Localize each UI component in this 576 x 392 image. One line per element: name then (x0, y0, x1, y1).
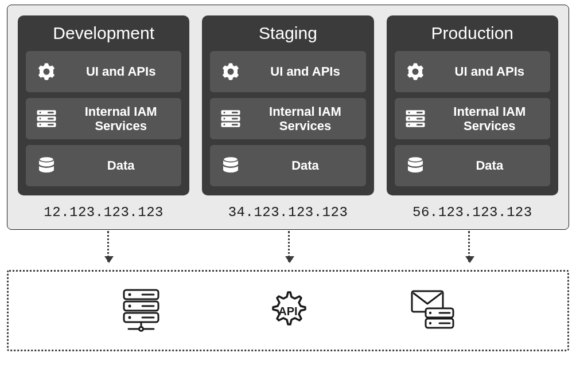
api-gear-icon (262, 284, 314, 337)
gear-icon (403, 59, 428, 84)
env-ip: 56.123.123.123 (412, 205, 532, 220)
env-row-data: Data (26, 145, 181, 186)
env-title: Production (431, 23, 513, 43)
env-title: Development (53, 23, 154, 43)
row-label: UI and APIs (68, 64, 173, 79)
env-card: Development UI and APIs Internal IAM Ser… (18, 15, 189, 195)
arrows-layer (7, 230, 569, 270)
env-row-iam: Internal IAM Services (395, 98, 550, 139)
database-icon (34, 153, 59, 178)
env-row-ui-apis: UI and APIs (395, 51, 550, 92)
row-label: Internal IAM Services (252, 104, 357, 134)
arrow-down-icon (468, 231, 470, 262)
arrow-down-icon (107, 231, 109, 262)
env-row-ui-apis: UI and APIs (210, 51, 365, 92)
env-ip: 34.123.123.123 (228, 205, 348, 220)
env-row-iam: Internal IAM Services (26, 98, 181, 139)
database-icon (403, 153, 428, 178)
gear-icon (218, 59, 243, 84)
row-label: Internal IAM Services (437, 104, 542, 134)
server-rack-icon (117, 284, 170, 337)
mail-server-icon (406, 284, 459, 337)
env-row-data: Data (395, 145, 550, 186)
env-production: Production UI and APIs Internal IAM Serv… (387, 15, 558, 220)
shared-services-panel (7, 270, 569, 351)
gear-icon (34, 59, 59, 84)
environments-panel: Development UI and APIs Internal IAM Ser… (7, 5, 569, 230)
env-staging: Staging UI and APIs Internal IAM Service… (202, 15, 373, 220)
server-icon (218, 106, 243, 131)
arrow-down-icon (288, 231, 290, 262)
row-label: Data (252, 158, 357, 173)
env-row-ui-apis: UI and APIs (26, 51, 181, 92)
env-card: Production UI and APIs Internal IAM Serv… (387, 15, 558, 195)
row-label: UI and APIs (437, 64, 542, 79)
env-row-iam: Internal IAM Services (210, 98, 365, 139)
env-row-data: Data (210, 145, 365, 186)
row-label: Internal IAM Services (68, 104, 173, 134)
env-card: Staging UI and APIs Internal IAM Service… (202, 15, 373, 195)
database-icon (218, 153, 243, 178)
env-title: Staging (259, 23, 317, 43)
row-label: Data (437, 158, 542, 173)
env-development: Development UI and APIs Internal IAM Ser… (18, 15, 189, 220)
server-icon (34, 106, 59, 131)
row-label: Data (68, 158, 173, 173)
row-label: UI and APIs (252, 64, 357, 79)
env-ip: 12.123.123.123 (44, 205, 164, 220)
server-icon (403, 106, 428, 131)
